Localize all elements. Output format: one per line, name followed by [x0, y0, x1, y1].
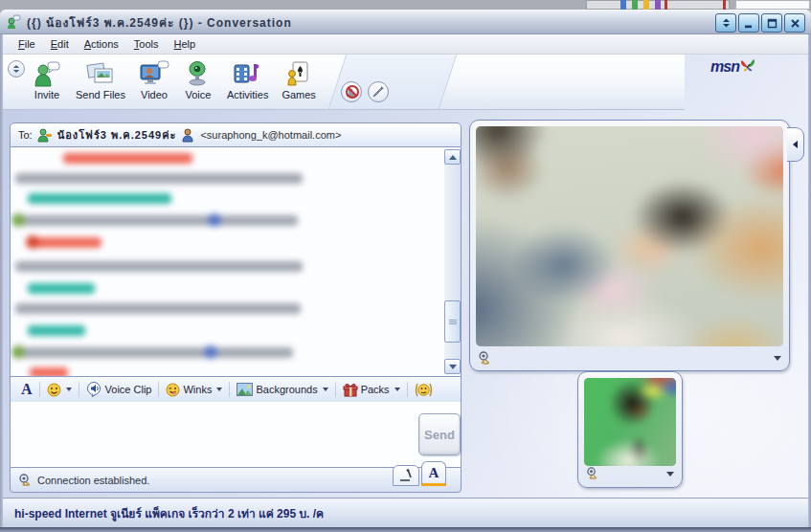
emoticon — [26, 235, 39, 249]
block-button[interactable] — [341, 81, 362, 102]
msn-butterfly-icon — [740, 58, 755, 74]
toolbar-invite-button[interactable]: Invite — [25, 57, 69, 102]
background-window-sliver — [0, 0, 811, 10]
format-font-button[interactable]: A — [16, 379, 37, 400]
input-mode-tabs: A — [393, 461, 446, 486]
video-panel-collapse-tab[interactable] — [787, 127, 804, 162]
separator — [335, 382, 336, 397]
format-winks-button[interactable]: Winks — [161, 381, 227, 399]
toolbar-activities-button[interactable]: Activities — [220, 57, 275, 102]
close-button[interactable] — [784, 13, 805, 33]
contact-email: <suraphong_k@hotmail.com> — [200, 129, 341, 141]
format-voice-clip-button[interactable]: Voice Clip — [81, 380, 157, 399]
font-icon: A — [21, 381, 33, 398]
backgrounds-icon — [237, 383, 253, 396]
nudge-icon — [415, 383, 433, 397]
format-toolbar: AVoice ClipWinksBackgroundsPacks — [10, 376, 462, 402]
emoticon — [204, 345, 217, 359]
redacted-message-line — [15, 303, 301, 314]
send-button[interactable]: Send — [418, 413, 461, 455]
self-video-feed — [584, 378, 676, 466]
redacted-message-line — [15, 261, 303, 272]
separator — [229, 382, 230, 397]
emoticon-icon — [47, 383, 61, 397]
handwriting-tab[interactable] — [393, 465, 419, 486]
menu-file[interactable]: File — [11, 35, 43, 53]
buddy-icon — [37, 128, 53, 143]
toolbar-buttons: InviteSend FilesVideoVoiceActivitiesGame… — [25, 57, 323, 102]
collapse-arrow-icon — [793, 141, 798, 148]
window-controls — [715, 13, 805, 33]
redacted-messages — [11, 147, 443, 376]
video-icon — [139, 59, 169, 88]
format-emoticon-button[interactable] — [42, 381, 77, 399]
remote-video-options-arrow[interactable] — [774, 356, 781, 361]
scroll-up-button[interactable] — [444, 149, 461, 165]
webcam-contact-icon — [181, 128, 195, 143]
self-video-options-arrow[interactable] — [666, 472, 674, 477]
title-bar[interactable]: ({) น้องโฟร์3 พ.ค.2549ค่ะ (}) - Conversa… — [0, 10, 811, 34]
format-packs-button[interactable]: Packs — [338, 381, 405, 399]
scroll-down-button[interactable] — [444, 359, 461, 374]
send-files-icon — [85, 59, 116, 88]
window-border-bottom — [0, 527, 811, 532]
background-red-bar — [665, 0, 667, 10]
remote-video-feed — [476, 126, 783, 346]
menu-bar: FileEditActionsToolsHelp — [3, 34, 808, 55]
redacted-message-line — [15, 215, 298, 226]
to-label: To: — [18, 129, 33, 141]
msn-logo: msn — [710, 58, 755, 76]
scroll-thumb[interactable] — [444, 300, 461, 343]
ad-banner[interactable]: hi-speed Internet จูเนียร์ แพ็คเกจ เร็วก… — [3, 498, 808, 527]
background-icon — [655, 0, 661, 10]
format-nudge-button[interactable] — [410, 381, 438, 399]
toolbar-video-button[interactable]: Video — [132, 57, 176, 102]
menu-tools[interactable]: Tools — [126, 35, 167, 53]
chat-scrollbar[interactable] — [444, 149, 461, 374]
menu-help[interactable]: Help — [167, 35, 204, 53]
window-title: ({) น้องโฟร์3 พ.ค.2549ค่ะ (}) - Conversa… — [27, 13, 292, 32]
menu-actions[interactable]: Actions — [77, 35, 126, 53]
redacted-message-line — [15, 347, 293, 358]
conversation-header: To: น้องโฟร์3 พ.ค.2549ค่ะ <suraphong_k@h… — [10, 122, 462, 147]
background-red-bar — [723, 0, 726, 10]
redacted-message-line — [28, 193, 171, 204]
text-mode-tab[interactable]: A — [421, 461, 446, 486]
dropdown-caret-icon — [323, 388, 328, 391]
block-icon — [345, 85, 359, 100]
separator — [79, 382, 79, 397]
menu-edit[interactable]: Edit — [43, 35, 77, 53]
contact-name: น้องโฟร์3 พ.ค.2549ค่ะ — [57, 126, 177, 144]
redacted-message-line — [63, 153, 192, 164]
font-color-button[interactable] — [368, 81, 389, 102]
dropdown-caret-icon — [394, 388, 400, 391]
rollup-button[interactable] — [715, 13, 736, 33]
self-video-image — [584, 378, 676, 466]
separator — [39, 382, 40, 397]
remote-video-controls — [478, 350, 781, 366]
message-input-area[interactable]: Send — [10, 402, 462, 467]
format-backgrounds-button[interactable]: Backgrounds — [232, 381, 332, 398]
toolbar-voice-button[interactable]: Voice — [176, 57, 220, 102]
dropdown-caret-icon — [216, 388, 222, 391]
webcam-icon — [18, 474, 32, 487]
remote-video-image — [476, 126, 783, 346]
self-video-panel — [577, 371, 683, 488]
self-video-controls — [586, 466, 674, 481]
invite-icon — [32, 59, 62, 88]
toolbar-send-files-button[interactable]: Send Files — [69, 57, 132, 102]
activities-icon — [233, 59, 263, 88]
toolbar-games-button[interactable]: Games — [275, 57, 322, 102]
webcam-icon[interactable] — [478, 351, 491, 366]
separator — [407, 382, 408, 397]
voice-clip-icon — [86, 382, 102, 397]
webcam-icon[interactable] — [586, 467, 598, 480]
minimize-button[interactable] — [738, 13, 759, 33]
redacted-message-line — [28, 283, 95, 294]
toolbar-collapse-button[interactable] — [8, 60, 25, 78]
message-history[interactable] — [10, 147, 462, 376]
games-icon — [283, 59, 314, 88]
voice-icon — [183, 59, 214, 88]
redacted-message-line — [30, 237, 101, 248]
maximize-button[interactable] — [761, 13, 782, 33]
